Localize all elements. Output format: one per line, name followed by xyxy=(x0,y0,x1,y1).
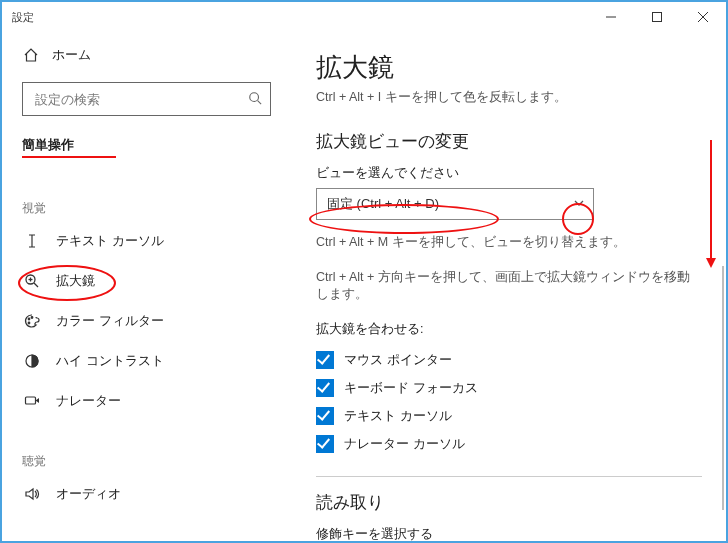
sidebar-item-label: カラー フィルター xyxy=(56,312,164,330)
svg-line-8 xyxy=(34,283,38,287)
follow-label: 拡大鏡を合わせる: xyxy=(316,321,702,338)
svg-point-12 xyxy=(31,317,33,319)
sidebar-item-label: 拡大鏡 xyxy=(56,272,95,290)
checkbox-label: ナレーター カーソル xyxy=(344,435,465,453)
sidebar-item-label: テキスト カーソル xyxy=(56,232,164,250)
speaker-icon xyxy=(22,486,42,502)
cycle-hint: Ctrl + Alt + M キーを押して、ビューを切り替えます。 xyxy=(316,234,702,251)
palette-icon xyxy=(22,313,42,329)
move-hint: Ctrl + Alt + 方向キーを押して、画面上で拡大鏡ウィンドウを移動します… xyxy=(316,269,702,303)
svg-point-4 xyxy=(250,92,259,101)
sidebar-item-label: オーディオ xyxy=(56,485,121,503)
chevron-down-icon xyxy=(573,197,585,212)
sidebar-item-label: ハイ コントラスト xyxy=(56,352,164,370)
svg-line-5 xyxy=(258,100,262,104)
scrollbar[interactable] xyxy=(722,266,724,510)
sidebar-item-label: ナレーター xyxy=(56,392,121,410)
sidebar-item-high-contrast[interactable]: ハイ コントラスト xyxy=(2,341,291,381)
sidebar-item-text-cursor[interactable]: テキスト カーソル xyxy=(2,221,291,261)
home-icon xyxy=(22,47,40,63)
divider xyxy=(316,476,702,477)
magnifier-icon xyxy=(22,273,42,289)
checkbox-icon xyxy=(316,379,334,397)
group-audio-label: 聴覚 xyxy=(2,443,291,474)
modifier-label: 修飾キーを選択する xyxy=(316,526,702,541)
window-title: 設定 xyxy=(12,10,588,25)
sidebar-item-audio[interactable]: オーディオ xyxy=(2,474,291,514)
view-select[interactable]: 固定 (Ctrl + Alt + D) xyxy=(316,188,594,220)
svg-point-11 xyxy=(28,318,30,320)
sidebar-item-color-filters[interactable]: カラー フィルター xyxy=(2,301,291,341)
content-pane: 拡大鏡 Ctrl + Alt + I キーを押して色を反転します。 拡大鏡ビュー… xyxy=(292,32,726,541)
sidebar-item-narrator[interactable]: ナレーター xyxy=(2,381,291,421)
contrast-icon xyxy=(22,353,42,369)
sidebar: ホーム 簡単操作 視覚 テキスト カーソル xyxy=(2,32,292,541)
maximize-button[interactable] xyxy=(634,2,680,32)
search-icon xyxy=(248,91,262,108)
titlebar: 設定 xyxy=(2,2,726,32)
checkbox-narrator-cursor[interactable]: ナレーター カーソル xyxy=(316,430,702,458)
checkbox-mouse-pointer[interactable]: マウス ポインター xyxy=(316,346,702,374)
read-section-title: 読み取り xyxy=(316,491,702,514)
minimize-button[interactable] xyxy=(588,2,634,32)
category-title: 簡単操作 xyxy=(2,130,291,162)
text-cursor-icon xyxy=(22,233,42,249)
view-select-value: 固定 (Ctrl + Alt + D) xyxy=(327,195,439,213)
narrator-icon xyxy=(22,393,42,409)
group-visual-label: 視覚 xyxy=(2,190,291,221)
svg-rect-1 xyxy=(653,13,662,22)
checkbox-icon xyxy=(316,351,334,369)
checkbox-icon xyxy=(316,407,334,425)
view-section-title: 拡大鏡ビューの変更 xyxy=(316,130,702,153)
search-field[interactable] xyxy=(33,91,248,108)
checkbox-keyboard-focus[interactable]: キーボード フォーカス xyxy=(316,374,702,402)
checkbox-label: マウス ポインター xyxy=(344,351,452,369)
checkbox-label: テキスト カーソル xyxy=(344,407,452,425)
page-title: 拡大鏡 xyxy=(316,50,702,85)
checkbox-label: キーボード フォーカス xyxy=(344,379,478,397)
svg-point-13 xyxy=(28,322,30,324)
invert-hint: Ctrl + Alt + I キーを押して色を反転します。 xyxy=(316,89,702,106)
view-select-label: ビューを選んでください xyxy=(316,165,702,182)
close-button[interactable] xyxy=(680,2,726,32)
checkbox-icon xyxy=(316,435,334,453)
checkbox-text-cursor[interactable]: テキスト カーソル xyxy=(316,402,702,430)
svg-rect-15 xyxy=(26,397,36,404)
home-label: ホーム xyxy=(52,46,91,64)
search-input[interactable] xyxy=(22,82,271,116)
home-link[interactable]: ホーム xyxy=(2,36,291,74)
sidebar-item-magnifier[interactable]: 拡大鏡 xyxy=(2,261,291,301)
